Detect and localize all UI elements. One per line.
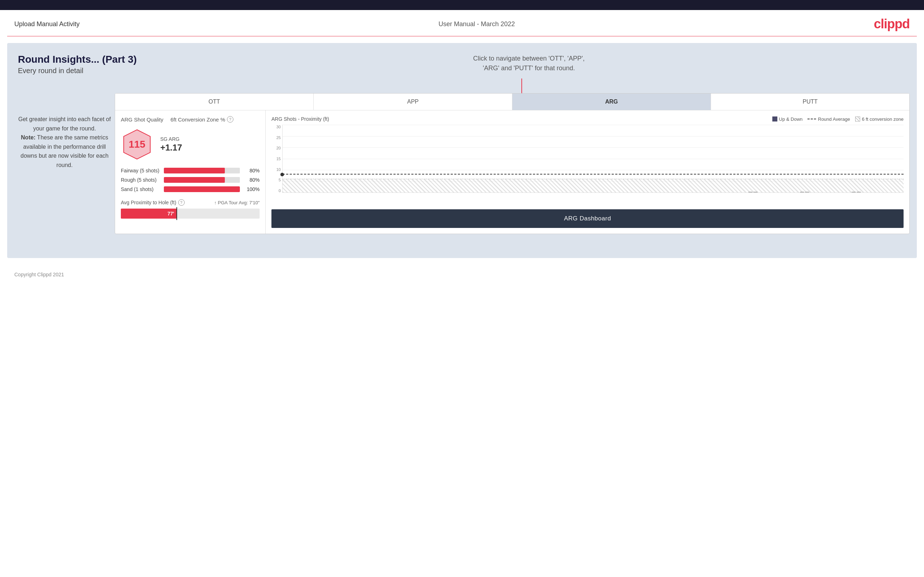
hex-number: 115 — [129, 139, 145, 150]
sg-value: +1.17 — [160, 143, 182, 153]
tab-app[interactable]: APP — [314, 93, 512, 110]
bar-10a — [748, 192, 753, 192]
desc-line7: downs but are now — [21, 153, 68, 159]
arg-dashboard-button[interactable]: ARG Dashboard — [271, 209, 903, 228]
pga-icon: ↑ — [214, 200, 216, 205]
legend-conversion-label: 6 ft conversion zone — [862, 116, 903, 122]
tab-putt[interactable]: PUTT — [711, 93, 909, 110]
shot-label-sand: Sand (1 shots) — [121, 186, 160, 192]
legend-updown-label: Up & Down — [779, 116, 803, 122]
bar-11a — [800, 192, 804, 192]
bar-pct-sand: 100% — [244, 186, 260, 192]
chart-plot: 8 — [282, 125, 903, 193]
proximity-cursor — [176, 207, 177, 220]
shot-row-fairway: Fairway (5 shots) 80% — [121, 168, 260, 174]
legend-roundavg-icon — [808, 119, 816, 119]
desc-line4: These are the — [37, 134, 73, 140]
tab-arg[interactable]: ARG — [512, 93, 711, 110]
doc-title: User Manual - March 2022 — [438, 21, 515, 28]
main-content: Round Insights... (Part 3) Every round i… — [7, 43, 917, 258]
bar-10b — [753, 192, 758, 192]
chart-title: ARG Shots - Proximity (ft) — [271, 116, 329, 122]
conversion-zone-area — [283, 179, 903, 192]
desc-line6: in the performance drill — [47, 144, 106, 150]
proximity-title: Avg Proximity to Hole (ft) ? — [121, 199, 185, 206]
desc-note: Note: — [21, 134, 36, 140]
y-label-5: 5 — [279, 178, 281, 182]
legend-conversion-icon — [855, 116, 860, 121]
left-panel: ARG Shot Quality 6ft Conversion Zone % ?… — [115, 110, 266, 234]
tab-ott[interactable]: OTT — [115, 93, 314, 110]
header: Upload Manual Activity User Manual - Mar… — [0, 10, 924, 36]
y-label-10: 10 — [276, 168, 281, 172]
panel-header: ARG Shot Quality 6ft Conversion Zone % ? — [121, 116, 260, 122]
sg-label: SG ARG — [160, 136, 182, 142]
upload-link[interactable]: Upload Manual Activity — [15, 21, 79, 28]
proximity-fill: 77' — [121, 209, 176, 219]
title-text: Round Insights... (Part 3) — [18, 54, 906, 65]
y-label-0: 0 — [279, 189, 281, 193]
y-label-20: 20 — [276, 146, 281, 150]
chart-header: ARG Shots - Proximity (ft) Up & Down Rou… — [271, 116, 903, 122]
bar-fill-sand — [164, 186, 240, 192]
legend-conversion: 6 ft conversion zone — [855, 116, 903, 122]
subtitle-text: Every round in detail — [18, 67, 906, 75]
proximity-bar-wrap: 77' — [121, 209, 260, 219]
proximity-help-icon[interactable]: ? — [178, 199, 185, 206]
legend-updown: Up & Down — [772, 116, 803, 122]
legend-roundavg-label: Round Average — [818, 116, 850, 122]
shot-quality-title: ARG Shot Quality — [121, 116, 163, 122]
bar-12b — [856, 192, 861, 192]
legend-updown-icon — [772, 116, 777, 121]
chart-legend: Up & Down Round Average 6 ft conversion … — [772, 116, 904, 122]
bar-fill-fairway — [164, 168, 225, 174]
pga-avg: ↑ PGA Tour Avg: 7'10" — [214, 200, 260, 205]
tab-bar: OTT APP ARG PUTT — [115, 93, 909, 110]
bar-fill-rough — [164, 177, 225, 183]
conversion-zone-title: 6ft Conversion Zone % ? — [170, 116, 233, 122]
desc-line3: game for the round. — [46, 126, 96, 132]
left-description: Get greater insight into each facet of y… — [18, 115, 111, 170]
page-title: Round Insights... (Part 3) Every round i… — [18, 54, 906, 75]
sg-section: SG ARG +1.17 — [160, 136, 182, 153]
bar-fairway — [164, 168, 240, 174]
y-axis: 30 25 20 15 10 5 0 — [271, 125, 282, 193]
bar-pct-fairway: 80% — [244, 168, 260, 174]
main-card: OTT APP ARG PUTT ARG Shot Quality 6ft Co… — [115, 93, 909, 234]
card-body: ARG Shot Quality 6ft Conversion Zone % ?… — [115, 110, 909, 234]
hex-shape: 115 — [121, 128, 153, 161]
shot-row-rough: Rough (5 shots) 80% — [121, 177, 260, 183]
top-bar — [0, 0, 924, 10]
shot-label-rough: Rough (5 shots) — [121, 177, 160, 183]
bar-11b — [805, 192, 809, 192]
footer: Copyright Clippd 2021 — [0, 264, 924, 285]
copyright-text: Copyright Clippd 2021 — [15, 272, 64, 277]
proximity-section: Avg Proximity to Hole (ft) ? ↑ PGA Tour … — [121, 199, 260, 219]
bar-rough — [164, 177, 240, 183]
y-label-15: 15 — [276, 156, 281, 161]
shot-label-fairway: Fairway (5 shots) — [121, 168, 160, 174]
shot-row-sand: Sand (1 shots) 100% — [121, 186, 260, 192]
header-divider — [7, 36, 917, 37]
right-panel: ARG Shots - Proximity (ft) Up & Down Rou… — [266, 110, 909, 234]
legend-roundavg: Round Average — [808, 116, 850, 122]
shot-quality-rows: Fairway (5 shots) 80% Rough (5 shots) 80… — [121, 168, 260, 192]
desc-line1: Get greater insight into — [18, 116, 76, 122]
help-icon[interactable]: ? — [227, 116, 233, 122]
bar-sand — [164, 186, 240, 192]
bar-12a — [851, 192, 856, 192]
bar-pct-rough: 80% — [244, 177, 260, 183]
chart-area: 30 25 20 15 10 5 0 — [271, 125, 903, 203]
logo: clippd — [874, 16, 909, 32]
y-label-25: 25 — [276, 135, 281, 140]
hexagon-score-area: 115 SG ARG +1.17 — [121, 128, 260, 161]
proximity-value: 77' — [168, 211, 174, 216]
proximity-header: Avg Proximity to Hole (ft) ? ↑ PGA Tour … — [121, 199, 260, 206]
y-label-30: 30 — [276, 125, 281, 129]
